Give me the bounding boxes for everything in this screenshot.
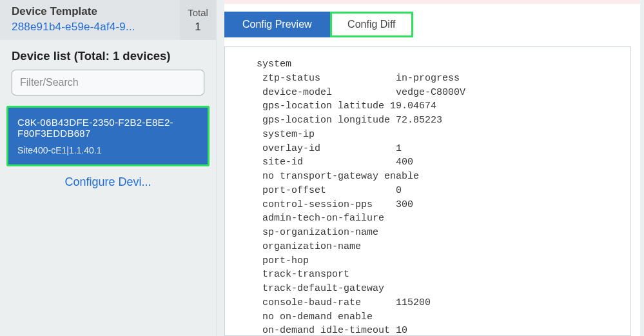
config-text: system ztp-status in-progress device-mod… — [251, 57, 618, 336]
template-total-value: 1 — [180, 21, 216, 34]
tab-config-preview[interactable]: Config Preview — [224, 12, 330, 37]
device-list-section: Device list (Total: 1 devices) — [0, 40, 216, 106]
tabs: Config Preview Config Diff — [224, 4, 640, 46]
sidebar: Device Template 288e91b4-e59e-4af4-9... … — [0, 0, 216, 336]
template-total-label: Total — [180, 7, 216, 18]
device-card[interactable]: C8K-06B43DFE-2350-F2B2-E8E2-F80F3EDDB687… — [6, 106, 210, 166]
search-wrap — [12, 70, 204, 95]
main-inner: Config Preview Config Diff system ztp-st… — [224, 0, 640, 336]
template-header: Device Template 288e91b4-e59e-4af4-9... … — [0, 0, 216, 40]
device-card-sub: Site400-cE1|1.1.40.1 — [17, 145, 199, 155]
configure-device-link[interactable]: Configure Devi... — [0, 169, 216, 189]
config-panel: system ztp-status in-progress device-mod… — [224, 46, 631, 336]
template-total: Total 1 — [180, 0, 216, 40]
tab-config-diff[interactable]: Config Diff — [330, 12, 413, 37]
template-label: Device Template — [12, 5, 175, 18]
device-card-id: C8K-06B43DFE-2350-F2B2-E8E2-F80F3EDDB687 — [17, 117, 199, 139]
device-list-title: Device list (Total: 1 devices) — [12, 49, 204, 63]
template-info: Device Template 288e91b4-e59e-4af4-9... — [12, 5, 175, 34]
search-input[interactable] — [12, 70, 204, 95]
app-container: Device Template 288e91b4-e59e-4af4-9... … — [0, 0, 644, 336]
main-panel: Config Preview Config Diff system ztp-st… — [216, 0, 644, 336]
template-value-link[interactable]: 288e91b4-e59e-4af4-9... — [12, 21, 175, 34]
